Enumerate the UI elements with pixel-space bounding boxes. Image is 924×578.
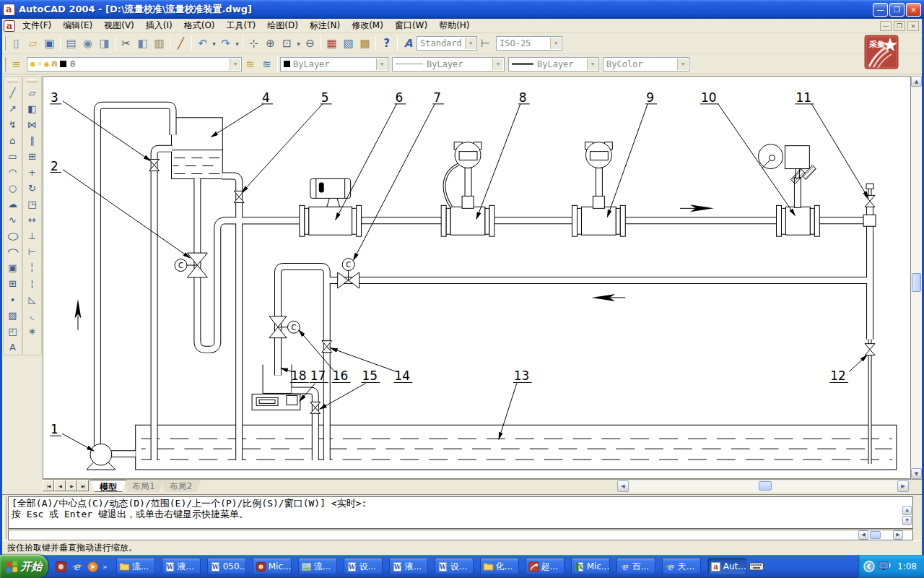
copy-icon[interactable]: ◧: [134, 35, 151, 52]
publish-icon[interactable]: ◨: [96, 35, 113, 52]
command-window-grip[interactable]: [3, 497, 6, 539]
child-restore-button[interactable]: ❐: [894, 21, 905, 31]
taskbar-button-7[interactable]: W设...: [435, 558, 474, 575]
toolbar-grip[interactable]: [4, 36, 6, 51]
dim-style-combo[interactable]: ISO-25▼: [496, 36, 562, 51]
dim-style-icon[interactable]: ⊢: [477, 35, 494, 52]
undo-icon[interactable]: ↶: [194, 35, 211, 52]
taskbar-button-6[interactable]: W液...: [389, 558, 428, 575]
taskbar-button-4[interactable]: 流...: [298, 558, 337, 575]
rectangle-icon[interactable]: ▭: [4, 148, 21, 164]
point-icon[interactable]: ∙: [4, 291, 21, 307]
layers-manager-icon[interactable]: ≡: [8, 56, 25, 72]
break-icon[interactable]: ¦: [24, 275, 40, 291]
text-style-icon[interactable]: A: [400, 35, 417, 52]
combo-arrow-icon[interactable]: ▼: [230, 59, 240, 70]
quicklaunch-ie-icon[interactable]: e: [71, 561, 83, 573]
taskbar-button-13[interactable]: aAut...: [707, 558, 746, 575]
taskbar-button-1[interactable]: W液...: [162, 558, 201, 575]
quicklaunch-chevron-icon[interactable]: »: [103, 562, 108, 571]
print-icon[interactable]: ▤: [63, 35, 79, 52]
combo-arrow-icon[interactable]: ▼: [465, 38, 476, 49]
combo-arrow-icon[interactable]: ▼: [587, 59, 598, 70]
open-icon[interactable]: ▱: [25, 35, 41, 52]
ellipse-arc-icon[interactable]: ◠: [4, 243, 21, 259]
menu-item-6[interactable]: 绘图(D): [261, 18, 304, 33]
redo-icon[interactable]: ↷: [217, 35, 234, 52]
polyline-icon[interactable]: ↯: [4, 116, 21, 132]
scroll-down-icon[interactable]: ▼: [911, 468, 922, 479]
tray-collapse-icon[interactable]: [863, 561, 875, 572]
vertical-scroll-thumb[interactable]: [912, 273, 921, 292]
spline-icon[interactable]: ∿: [4, 212, 21, 228]
horizontal-scroll-thumb[interactable]: [759, 481, 772, 491]
tab-布局1[interactable]: 布局1: [123, 480, 164, 492]
child-minimize-button[interactable]: —: [880, 21, 892, 31]
tray-network-icon[interactable]: [879, 561, 892, 572]
sun-vp-icon[interactable]: ◉: [44, 59, 49, 69]
taskbar-button-2[interactable]: W050...: [207, 558, 246, 575]
new-icon[interactable]: ▯: [8, 35, 25, 52]
start-button[interactable]: 开始: [0, 555, 48, 578]
zoom-realtime-icon[interactable]: ⊕: [262, 35, 279, 52]
taskbar-button-12[interactable]: e天...: [662, 558, 701, 575]
command-scroll-up-icon[interactable]: ▲: [902, 506, 912, 515]
mtext-icon[interactable]: A: [4, 339, 21, 355]
preview-icon[interactable]: ◉: [79, 35, 96, 52]
rotate-icon[interactable]: ↻: [24, 180, 40, 196]
command-scroll-right-icon[interactable]: ▶: [893, 530, 903, 540]
tab-布局2[interactable]: 布局2: [161, 480, 201, 492]
layer-previous-icon[interactable]: ≋: [258, 56, 275, 72]
layer-combo[interactable]: ●☼◉⋒ 0 ▼: [27, 57, 242, 72]
line-icon[interactable]: ╱: [4, 85, 21, 100]
quicklaunch-app-icon[interactable]: [55, 561, 67, 573]
menu-item-2[interactable]: 视图(V): [98, 18, 140, 33]
child-close-button[interactable]: ×: [907, 21, 919, 31]
explode-icon[interactable]: ∗: [24, 323, 40, 339]
fillet-icon[interactable]: ◟: [24, 307, 40, 323]
scale-icon[interactable]: ◳: [24, 196, 40, 212]
arc-icon[interactable]: ◠: [4, 164, 21, 180]
region-icon[interactable]: ◰: [4, 323, 21, 339]
command-input[interactable]: ◀ ▶: [8, 530, 913, 540]
redo-dropdown-icon[interactable]: ▼: [234, 41, 240, 46]
break-point-icon[interactable]: ╎: [24, 259, 40, 275]
trim-icon[interactable]: ⊥: [24, 228, 40, 243]
command-history[interactable]: [全部(A)/中心点(C)/动态(D)/范围(E)/上一个(P)/比例(S)/窗…: [8, 496, 913, 529]
text-style-combo[interactable]: Standard▼: [417, 36, 477, 51]
tool-palettes-icon[interactable]: ▩: [357, 35, 373, 52]
ellipse-icon[interactable]: ○: [4, 228, 21, 243]
combo-arrow-icon[interactable]: ▼: [550, 38, 561, 49]
taskbar-button-3[interactable]: Mic...: [253, 558, 292, 575]
combo-arrow-icon[interactable]: ▼: [677, 59, 688, 70]
circle-icon[interactable]: ○: [4, 180, 21, 196]
tab-first-button[interactable]: |◀: [43, 480, 54, 491]
menu-item-0[interactable]: 文件(F): [17, 18, 57, 33]
drawing-canvas[interactable]: CCC123456789101112131415161718: [43, 76, 911, 479]
undo-dropdown-icon[interactable]: ▼: [211, 41, 217, 46]
stretch-icon[interactable]: ↔: [24, 212, 40, 228]
menu-item-1[interactable]: 编辑(E): [57, 18, 98, 33]
save-icon[interactable]: ▣: [41, 35, 58, 52]
revision-cloud-icon[interactable]: ☁: [4, 196, 21, 212]
menu-item-8[interactable]: 修改(M): [346, 18, 389, 33]
make-block-icon[interactable]: ⊞: [4, 275, 21, 291]
minimize-button[interactable]: —: [873, 3, 888, 17]
scroll-left-icon[interactable]: ◀: [617, 480, 629, 492]
menu-item-5[interactable]: 工具(T): [221, 18, 262, 33]
match-properties-icon[interactable]: ╱: [173, 35, 189, 52]
sun-icon[interactable]: ☼: [38, 59, 43, 69]
mirror-icon[interactable]: ⋈: [24, 116, 40, 132]
paste-icon[interactable]: ▥: [151, 35, 167, 52]
menu-item-7[interactable]: 标注(N): [304, 18, 346, 33]
array-icon[interactable]: ⊞: [24, 148, 40, 164]
polygon-icon[interactable]: ⌂: [4, 132, 21, 148]
dwg-document-icon[interactable]: a: [4, 20, 15, 32]
toolbar-grip[interactable]: [4, 57, 6, 72]
menu-item-9[interactable]: 窗口(W): [389, 18, 433, 33]
restore-button[interactable]: ❐: [889, 3, 905, 17]
move-icon[interactable]: +: [24, 164, 40, 180]
taskbar-button-11[interactable]: e百...: [616, 558, 655, 575]
lock-icon[interactable]: ⋒: [51, 59, 58, 69]
cut-icon[interactable]: ✂: [118, 35, 134, 52]
